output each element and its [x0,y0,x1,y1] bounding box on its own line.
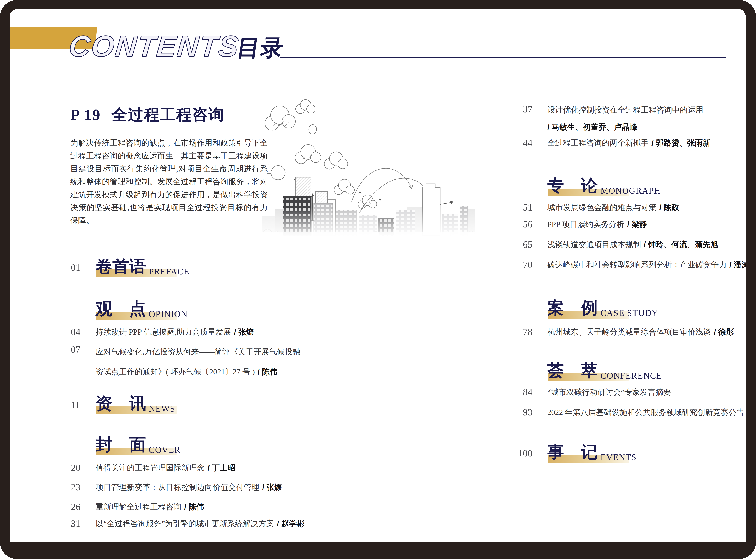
section-title-en: COVER [149,445,181,455]
item-author: / 钟玲、何流、蒲先旭 [644,240,718,249]
section-title-en: EVENTS [600,452,637,462]
section-title-zh: 案 例 [547,299,598,317]
magazine-contents-page: CONTENTS 目录 P 19全过程工程咨询 为解决传统工程咨询的缺点，在市场… [0,0,756,559]
item-title: 项目管理新变革：从目标控制迈向价值交付管理 [96,483,259,492]
item-title: 浅谈轨道交通项目成本规制 [547,240,641,249]
item-author: / 潘涛 [729,260,749,269]
section-page-number: 11 [71,400,80,410]
section-title-zh: 封 面 [96,435,146,453]
toc-item: 07应对气候变化,万亿投资从何来——简评《关于开展气候投融资试点工作的通知》( … [96,342,305,382]
masthead-rule [280,58,726,58]
item-title: 城市发展绿色金融的难点与对策 [547,203,657,212]
item-author: / 陈伟 [257,367,277,376]
section-header-cover: 封 面 COVER [96,435,234,464]
toc-item: 78杭州城东、天子岭分类减量综合体项目审价浅谈/ 徐彤 [547,324,734,340]
contents-title-zh: 目录 [236,37,286,59]
item-page-number: 37 [510,102,532,117]
section-page-number: 100 [510,448,532,459]
item-page-number: 20 [71,460,81,475]
item-author: / 梁静 [627,220,647,228]
item-title: 以“全过程咨询服务”为引擎的城市更新系统解决方案 [96,519,274,528]
item-title: PPP 项目履约实务分析 [547,220,624,229]
feature-body: 为解决传统工程咨询的缺点，在市场作用和政策引导下全过程工程咨询的概念应运而生，其… [70,136,268,227]
city-sketch-illustration [252,85,477,239]
section-title-zh: 卷首语 [96,257,146,275]
item-page-number: 93 [510,405,532,420]
item-page-number: 04 [71,324,81,339]
item-author: / 陈伟 [184,502,204,511]
section-title-en: OPINION [149,309,188,319]
item-title: 重新理解全过程工程咨询 [96,502,181,511]
item-author: / 赵学彬 [277,519,304,528]
contents-title-en: CONTENTS [68,33,240,60]
toc-item: 932022 年第八届基础设施和公共服务领域研究创新竞赛公告 [547,405,747,420]
section-title-en: MONOGRAPH [600,186,661,196]
toc-item: 70碳达峰碳中和社会转型影响系列分析：产业碳竞争力/ 潘涛 [547,257,749,272]
item-page-number: 44 [510,135,532,151]
item-page-number: 65 [510,237,532,252]
section-title-zh: 观 点 [96,300,146,318]
toc-item: 37设计优化控制投资在全过程工程咨询中的运用/ 马敏生、初董乔、卢晶峰 [547,102,703,136]
item-title: 杭州城东、天子岭分类减量综合体项目审价浅谈 [547,328,711,336]
toc-item: 84“城市双碳行动研讨会”专家发言摘要 [547,384,674,400]
section-title-en: NEWS [149,404,175,413]
toc-item: 26重新理解全过程工程咨询/ 陈伟 [96,499,204,515]
item-author: / 郭路赟、张雨新 [651,138,710,147]
item-title: 2022 年第八届基础设施和公共服务领域研究创新竞赛公告 [547,408,744,417]
item-page-number: 70 [510,257,532,272]
item-title: 持续改进 PPP 信息披露,助力高质量发展 [96,328,231,336]
item-author: / 张燎 [262,483,282,492]
section-title-en: CASE STUDY [600,308,658,318]
section-title-zh: 专 论 [547,177,598,195]
section-header-opinion: 观 点 OPINION [96,300,234,328]
item-title: 值得关注的工程管理国际新理念 [96,464,205,472]
section-header-case-study: 案 例 CASE STUDY [547,299,686,327]
item-title: 碳达峰碳中和社会转型影响系列分析：产业碳竞争力 [547,261,727,269]
item-author: / 徐彤 [714,328,734,336]
feature-heading: P 19全过程工程咨询 [70,106,224,123]
section-header-events: 事 记 EVENTS [547,443,686,471]
feature-page-ref: P 19 [70,106,100,123]
item-author: / 马敏生、初董乔、卢晶峰 [547,118,703,136]
section-header-preface: 卷首语 PREFACE [96,257,234,286]
item-page-number: 84 [510,384,532,400]
section-title-zh: 荟 萃 [547,361,598,380]
toc-item: 56PPP 项目履约实务分析/ 梁静 [547,217,647,232]
item-page-number: 31 [71,516,81,531]
feature-title-text: 全过程工程咨询 [112,106,224,123]
item-page-number: 56 [510,217,532,232]
toc-item: 44全过程工程咨询的两个新抓手/ 郭路赟、张雨新 [547,135,710,151]
toc-item: 51城市发展绿色金融的难点与对策/ 陈政 [547,200,679,215]
toc-item: 04持续改进 PPP 信息披露,助力高质量发展/ 张燎 [96,324,254,340]
item-page-number: 07 [71,342,81,357]
item-title: 设计优化控制投资在全过程工程咨询中的运用 [547,106,703,114]
section-title-zh: 事 记 [547,443,598,461]
section-title-en: CONFERENCE [600,371,662,381]
item-page-number: 23 [71,479,81,495]
item-page-number: 78 [510,324,532,339]
toc-item: 23项目管理新变革：从目标控制迈向价值交付管理/ 张燎 [96,479,282,495]
section-title-en: PREFACE [149,267,189,276]
item-author: / 陈政 [659,203,679,212]
section-header-news: 资 讯 NEWS [96,395,234,423]
section-title-zh: 资 讯 [96,395,146,412]
section-page-number: 01 [71,262,81,273]
toc-item: 20值得关注的工程管理国际新理念/ 丁士昭 [96,460,235,475]
item-author: / 丁士昭 [208,463,235,472]
item-page-number: 51 [510,200,532,215]
item-title: “城市双碳行动研讨会”专家发言摘要 [547,388,671,397]
item-page-number: 26 [71,499,81,514]
item-author: / 张燎 [234,328,254,336]
toc-item: 65浅谈轨道交通项目成本规制/ 钟玲、何流、蒲先旭 [547,237,718,252]
item-title: 全过程工程咨询的两个新抓手 [547,138,649,147]
toc-item: 31以“全过程咨询服务”为引擎的城市更新系统解决方案/ 赵学彬 [96,516,305,531]
